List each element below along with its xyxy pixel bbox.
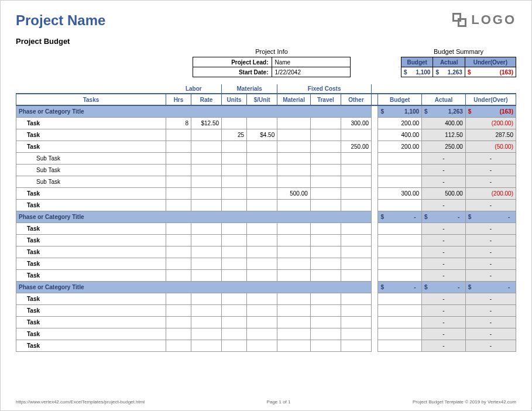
header: Project Name LOGO [16, 12, 516, 29]
footer-url: https://www.vertex42.com/ExcelTemplates/… [16, 399, 145, 405]
summary-under: $(163) [465, 67, 516, 77]
col-travel: Travel [310, 94, 341, 105]
project-info: Project Info Project Lead: Name Start Da… [193, 48, 351, 77]
table-row: Task-- [16, 340, 516, 351]
start-date-label: Start Date: [193, 67, 272, 77]
budget-grid: Labor Materials Fixed Costs Tasks Hrs Ra… [16, 84, 516, 352]
budget-summary-table: Budget Actual Under(Over) $1,100 $1,263 … [401, 57, 516, 77]
table-row: Task-- [16, 304, 516, 316]
col-hrs: Hrs [166, 94, 191, 105]
col-units: Units [222, 94, 247, 105]
table-row: Task8$12.50300.00200.00400.00(200.00) [16, 117, 516, 129]
table-row: Task-- [16, 269, 516, 281]
table-row: Sub Task-- [16, 164, 516, 176]
logo-icon [452, 13, 466, 27]
table-row: Task-- [16, 222, 516, 234]
logo-text: LOGO [471, 12, 516, 28]
table-row: Task-- [16, 293, 516, 304]
phase-under: $(163) [465, 105, 516, 117]
budget-summary-title: Budget Summary [401, 48, 516, 55]
budget-summary: Budget Summary Budget Actual Under(Over)… [401, 48, 516, 77]
col-fixed: Fixed Costs [277, 84, 372, 94]
table-row: Task-- [16, 328, 516, 340]
col-budget: Budget [378, 94, 422, 105]
col-other: Other [341, 94, 371, 105]
start-date-value[interactable]: 1/22/2042 [272, 67, 351, 77]
phase-title[interactable]: Phase or Category Title [16, 281, 372, 293]
phase-title[interactable]: Phase or Category Title [16, 105, 372, 117]
project-info-table: Project Lead: Name Start Date: 1/22/2042 [193, 57, 351, 77]
col-material: Material [277, 94, 311, 105]
col-materials: Materials [222, 84, 277, 94]
col-tasks: Tasks [16, 94, 166, 105]
project-title: Project Name [16, 12, 105, 29]
project-lead-label: Project Lead: [193, 57, 272, 67]
table-row: Task-- [16, 258, 516, 269]
footer-copyright: Project Budget Template © 2019 by Vertex… [413, 399, 516, 405]
table-row: Task250.00200.00250.00(50.00) [16, 141, 516, 152]
phase-title[interactable]: Phase or Category Title [16, 211, 372, 222]
project-lead-value[interactable]: Name [272, 57, 351, 67]
col-under: Under(Over) [465, 94, 516, 105]
col-labor: Labor [166, 84, 221, 94]
page-footer: https://www.vertex42.com/ExcelTemplates/… [16, 399, 516, 405]
logo: LOGO [452, 12, 516, 28]
summary-actual: $1,263 [433, 67, 465, 77]
info-row: Project Info Project Lead: Name Start Da… [16, 48, 516, 77]
page: Project Name LOGO Project Budget Project… [0, 0, 532, 411]
table-row: Task25$4.50400.00112.50287.50 [16, 129, 516, 141]
table-row: Sub Task-- [16, 176, 516, 187]
col-perunit: $/Unit [247, 94, 277, 105]
summary-header-actual: Actual [433, 57, 465, 67]
phase-row: Phase or Category Title $- $- $- [16, 211, 516, 222]
phase-row: Phase or Category Title $1,100 $1,263 $(… [16, 105, 516, 117]
table-row: Task-- [16, 316, 516, 328]
phase-budget: $1,100 [378, 105, 422, 117]
grid-group-header: Labor Materials Fixed Costs [16, 84, 516, 94]
grid-column-header: Tasks Hrs Rate Units $/Unit Material Tra… [16, 94, 516, 105]
col-actual: Actual [422, 94, 466, 105]
footer-page: Page 1 of 1 [267, 399, 291, 405]
col-rate: Rate [191, 94, 221, 105]
table-row: Task-- [16, 234, 516, 246]
summary-header-under: Under(Over) [465, 57, 516, 67]
project-info-title: Project Info [193, 48, 351, 55]
summary-header-budget: Budget [401, 57, 433, 67]
phase-actual: $1,263 [422, 105, 466, 117]
section-subtitle: Project Budget [16, 37, 516, 46]
phase-row: Phase or Category Title $- $- $- [16, 281, 516, 293]
table-row: Task500.00300.00500.00(200.00) [16, 187, 516, 199]
table-row: Task-- [16, 199, 516, 211]
table-row: Sub Task-- [16, 152, 516, 164]
summary-budget: $1,100 [401, 67, 433, 77]
table-row: Task-- [16, 246, 516, 258]
